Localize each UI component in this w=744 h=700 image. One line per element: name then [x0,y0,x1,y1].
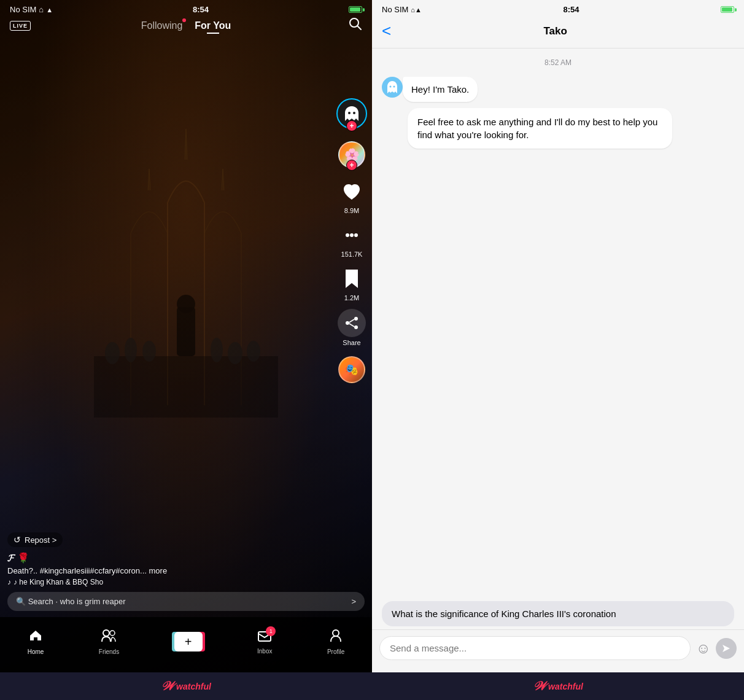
right-status-bar: No SIM ⌂▲ 8:54 [372,0,744,17]
svg-point-3 [142,341,156,362]
friends-label: Friends [99,648,119,655]
bot-greeting-text: Hey! I'm Tako. [411,84,469,95]
tako-avatar-spacer [382,108,403,129]
live-badge: LIVE [10,21,31,31]
follow-plus-badge-2[interactable]: + [346,160,357,171]
watchful-bar: 𝒲 watchful 𝒲 watchful [0,672,744,700]
bot-help-bubble: Feel free to ask me anything and I'll do… [408,108,672,149]
bookmark-button[interactable]: 1.2M [338,265,365,301]
right-phone: No SIM ⌂▲ 8:54 < Tako 8:52 AM [372,0,744,672]
side-avatar-bottom[interactable]: 🎭 [338,356,365,383]
home-label: Home [28,648,44,655]
carrier-text: No SIM [10,5,36,14]
profile-label: Profile [327,648,344,655]
watchful-logo-left: 𝒲 watchful [161,679,211,693]
watchful-logo-right: 𝒲 watchful [533,679,583,693]
user-query-text: What is the significance of King Charles… [392,609,616,619]
svg-point-12 [353,112,355,114]
user-query-row: What is the significance of King Charles… [382,601,734,626]
add-button[interactable]: + [174,632,203,651]
comment-count: 151.7K [341,251,363,258]
profile-icon [328,628,343,647]
battery-icon [349,6,362,13]
svg-point-13 [346,233,349,237]
share-label: Share [343,339,360,346]
bot-help-text: Feel free to ask me anything and I'll do… [417,117,657,140]
for-you-tab[interactable]: For You [195,20,231,31]
search-icon-small: 🔍 [16,597,26,606]
svg-point-4 [211,338,223,362]
left-status-bar: No SIM ⌂ ▲ 8:54 [0,0,372,17]
svg-point-15 [354,233,358,237]
bookmark-count: 1.2M [344,294,359,301]
svg-point-17 [354,317,358,321]
creator-name[interactable]: 𝓕 🌹 [7,552,329,564]
svg-rect-7 [177,307,195,356]
search-arrow: > [351,597,356,606]
left-phone: No SIM ⌂ ▲ 8:54 LIVE Following For You [0,0,372,672]
signal-icon: ▲ [46,6,53,14]
svg-point-8 [177,295,195,313]
watchful-text-left: watchful [176,682,211,691]
svg-line-20 [349,324,354,327]
svg-line-19 [349,319,354,322]
svg-point-21 [103,630,109,636]
watchful-w-icon: 𝒲 [161,679,172,693]
repost-tag[interactable]: ↺ Repost > [7,532,63,547]
add-icon: + [174,632,203,651]
tako-avatar-1 [382,77,403,98]
comment-button[interactable]: 151.7K [338,222,365,258]
bot-greeting-bubble: Hey! I'm Tako. [403,77,478,102]
friends-icon [101,628,117,647]
action-sidebar: + 🌸 + 8.9M [336,98,367,383]
chat-title: Tako [401,25,710,37]
watchful-text-right: watchful [548,682,583,691]
svg-point-25 [390,86,392,88]
send-button[interactable] [716,638,737,659]
sound-text: ♪ he King Khan & BBQ Sho [14,578,103,586]
bot-help-row: Feel free to ask me anything and I'll do… [382,108,734,149]
svg-point-1 [105,342,120,364]
home-icon [28,628,43,647]
svg-point-14 [350,233,354,237]
left-nav-bar: LIVE Following For You [0,17,372,35]
nav-add[interactable]: + [174,632,203,651]
inbox-badge-container: 1 [257,629,272,646]
nav-friends[interactable]: Friends [99,628,119,655]
inbox-notification-badge: 1 [266,626,276,636]
side-scroll-avatar[interactable]: 🌸 + [338,141,365,168]
like-count: 8.9M [344,207,359,214]
svg-point-26 [393,86,395,88]
follow-plus-badge[interactable]: + [346,120,357,131]
svg-point-22 [110,631,115,636]
nav-home[interactable]: Home [28,628,44,655]
chat-messages: 8:52 AM Hey! I'm Tako. Feel [372,49,744,568]
search-button[interactable] [349,17,362,34]
wifi-icon: ⌂ [39,5,44,14]
svg-point-16 [346,321,349,325]
music-icon: ♪ [7,578,11,586]
bot-greeting-row: Hey! I'm Tako. [382,77,734,102]
right-time: 8:54 [563,5,579,14]
search-bar-bottom[interactable]: 🔍 Search · who is grim reaper > [7,592,365,611]
svg-point-6 [247,341,260,362]
right-battery-icon [721,6,734,13]
repost-label: Repost > [25,535,56,545]
share-button[interactable]: Share [338,309,366,346]
svg-point-5 [228,342,242,364]
creator-avatar[interactable]: + [336,98,367,129]
svg-point-2 [125,338,137,362]
svg-rect-0 [94,356,278,418]
svg-point-18 [354,325,358,329]
svg-point-24 [333,630,339,636]
following-tab[interactable]: Following [141,20,183,31]
emoji-button[interactable]: ☺ [696,640,711,657]
svg-point-11 [348,112,351,114]
svg-line-10 [357,26,361,29]
back-button[interactable]: < [382,21,391,41]
nav-inbox[interactable]: 1 Inbox [257,629,272,655]
nav-profile[interactable]: Profile [327,628,344,655]
video-sound: ♪ ♪ he King Khan & BBQ Sho [7,578,329,586]
chat-input[interactable] [379,636,691,660]
like-button[interactable]: 8.9M [338,178,365,214]
